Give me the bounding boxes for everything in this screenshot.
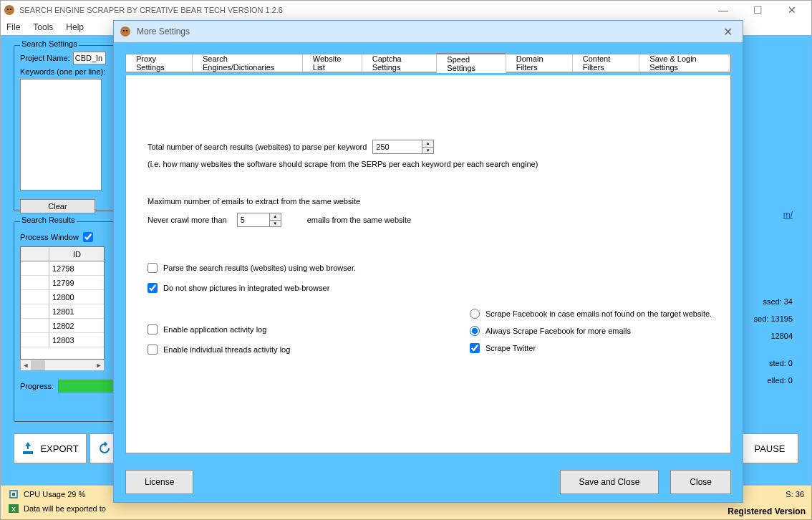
total-results-label: Total number of search results (websites… <box>148 143 367 151</box>
svg-point-1 <box>6 6 9 9</box>
svg-point-4 <box>10 9 11 10</box>
fb-if-none-label: Scrape Facebook in case emails not found… <box>485 309 712 318</box>
tab-save-login[interactable]: Save & Login Settings <box>639 54 730 72</box>
title-bar: SEARCH ENGINE SCRAPER BY CREATIVE BEAR T… <box>1 1 811 19</box>
close-button[interactable]: ✕ <box>781 3 803 17</box>
svg-point-9 <box>120 27 130 37</box>
svg-point-2 <box>10 6 13 9</box>
twitter-label: Scrape Twitter <box>485 344 536 352</box>
app-title: SEARCH ENGINE SCRAPER BY CREATIVE BEAR T… <box>19 6 708 14</box>
stat-passed: ssed: 34 <box>763 297 793 306</box>
svg-point-3 <box>7 9 9 10</box>
scroll-left-icon[interactable]: ◄ <box>21 360 31 371</box>
clear-button[interactable]: Clear <box>20 199 95 213</box>
license-button[interactable]: License <box>125 470 193 494</box>
pause-button[interactable]: PAUSE <box>741 433 798 463</box>
stat-id: 12804 <box>770 332 793 340</box>
process-window-checkbox[interactable] <box>83 232 93 242</box>
tab-speed[interactable]: Speed Settings <box>437 53 506 73</box>
more-settings-dialog: More Settings ✕ Proxy Settings Search En… <box>113 20 743 503</box>
stat-used: sed: 13195 <box>754 314 793 323</box>
grid-cell: 12798 <box>49 261 105 276</box>
export-path-label: Data will be exported to <box>24 504 106 513</box>
maximize-button[interactable]: ☐ <box>747 3 768 17</box>
parse-browser-label: Parse the search results (websites) usin… <box>163 264 356 272</box>
app-icon <box>4 4 15 16</box>
menu-help[interactable]: Help <box>66 22 84 32</box>
svg-text:X: X <box>11 506 16 513</box>
spin-up-icon[interactable]: ▲ <box>270 213 281 221</box>
speed-settings-panel: Total number of search results (websites… <box>125 75 731 453</box>
grid-header-id: ID <box>49 247 105 261</box>
registered-label: Registered Version <box>728 506 806 516</box>
never-crawl-spinner[interactable]: ▲▼ <box>237 213 281 227</box>
spin-down-icon[interactable]: ▼ <box>422 148 433 154</box>
tab-proxy[interactable]: Proxy Settings <box>126 54 193 72</box>
app-log-label: Enable application activity log <box>163 325 266 334</box>
total-results-hint: (i.e. how many websites the software sho… <box>148 160 709 168</box>
export-icon <box>21 442 34 455</box>
cpu-icon <box>8 488 19 500</box>
grid-cell: 12800 <box>49 290 105 304</box>
keywords-textarea[interactable] <box>20 79 102 191</box>
dialog-title: More Settings <box>137 27 190 37</box>
results-grid[interactable]: ID 12798 12799 12800 12801 12802 12803 <box>20 246 105 360</box>
partial-link[interactable]: m/ <box>783 210 793 220</box>
dialog-footer: License Save and Close Close <box>114 462 743 502</box>
scroll-thumb[interactable] <box>31 360 45 370</box>
tab-captcha[interactable]: Captcha Settings <box>362 54 438 72</box>
total-results-input[interactable] <box>373 140 422 153</box>
dialog-icon <box>120 26 131 37</box>
svg-point-10 <box>122 27 125 30</box>
tab-search-engines[interactable]: Search Engines/Dictionaries <box>193 54 303 72</box>
never-crawl-tail: emails from the same website <box>307 216 412 224</box>
never-crawl-input[interactable] <box>238 213 269 226</box>
process-window-label: Process Window <box>20 233 79 241</box>
project-name-input[interactable] <box>73 52 106 64</box>
cpu-usage-label: CPU Usage 29 % <box>24 490 85 499</box>
thread-log-checkbox[interactable] <box>148 345 158 355</box>
export-label: EXPORT <box>40 443 78 454</box>
grid-hscrollbar[interactable]: ◄ ► <box>20 360 105 371</box>
scroll-right-icon[interactable]: ► <box>94 360 104 371</box>
never-crawl-label: Never crawl more than <box>148 216 227 224</box>
settings-tabs: Proxy Settings Search Engines/Dictionari… <box>125 54 731 72</box>
progress-label: Progress: <box>20 382 54 390</box>
project-name-label: Project Name: <box>20 54 70 62</box>
grid-cell: 12802 <box>49 319 105 333</box>
svg-point-0 <box>4 5 14 15</box>
menu-file[interactable]: File <box>6 22 20 32</box>
fb-always-label: Always Scrape Facebook for more emails <box>485 327 631 335</box>
tab-domain-filters[interactable]: Domain Filters <box>506 54 573 72</box>
close-dialog-button[interactable]: Close <box>670 470 731 494</box>
svg-point-12 <box>123 30 125 32</box>
parse-browser-checkbox[interactable] <box>148 263 158 273</box>
menu-tools[interactable]: Tools <box>33 22 53 32</box>
stat-listed: sted: 0 <box>769 359 793 367</box>
dialog-close-button[interactable]: ✕ <box>719 25 737 39</box>
grid-header-blank <box>21 247 49 261</box>
tab-website-list[interactable]: Website List <box>303 54 362 72</box>
no-pictures-checkbox[interactable] <box>148 283 158 293</box>
search-settings-legend: Search Settings <box>20 39 79 48</box>
twitter-checkbox[interactable] <box>470 343 480 353</box>
fb-always-radio[interactable] <box>470 326 480 336</box>
app-log-checkbox[interactable] <box>148 324 158 334</box>
fb-if-none-radio[interactable] <box>470 309 480 319</box>
spin-down-icon[interactable]: ▼ <box>270 221 281 227</box>
svg-point-13 <box>126 30 127 32</box>
dialog-title-bar: More Settings ✕ <box>114 21 743 42</box>
total-results-spinner[interactable]: ▲▼ <box>372 140 434 154</box>
excel-icon: X <box>8 503 19 514</box>
tab-content-filters[interactable]: Content Filters <box>573 54 640 72</box>
export-button[interactable]: EXPORT <box>14 433 87 463</box>
svg-point-11 <box>126 27 129 30</box>
grid-cell: 12803 <box>49 333 105 347</box>
save-close-button[interactable]: Save and Close <box>560 470 659 494</box>
spin-up-icon[interactable]: ▲ <box>422 140 433 148</box>
minimize-button[interactable]: — <box>712 3 734 17</box>
threads-label: S: 36 <box>786 490 804 499</box>
svg-rect-6 <box>12 493 15 496</box>
keywords-label: Keywords (one per line): <box>20 67 105 76</box>
max-emails-label: Maximum number of emails to extract from… <box>148 197 709 206</box>
